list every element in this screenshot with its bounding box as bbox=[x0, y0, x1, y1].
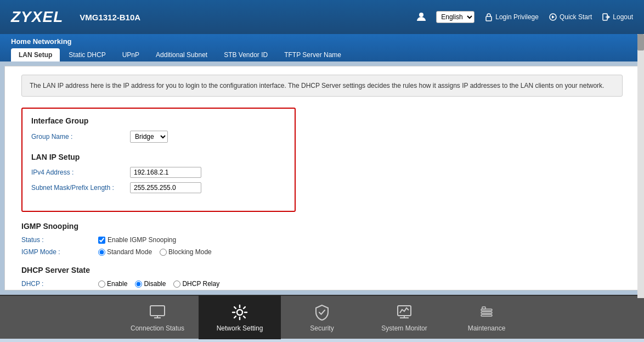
igmp-status-label: Status : bbox=[21, 236, 98, 244]
igmp-enable-checkbox[interactable] bbox=[98, 237, 105, 244]
subnet-input[interactable] bbox=[130, 182, 201, 193]
nav-maintenance[interactable]: Maintenance bbox=[445, 295, 528, 339]
dhcp-disable-label[interactable]: Disable bbox=[135, 280, 166, 288]
blocking-mode-radio[interactable] bbox=[160, 249, 167, 256]
bottom-nav: Connection Status Network Setting Securi… bbox=[0, 295, 644, 339]
nav-security[interactable]: Security bbox=[281, 295, 363, 339]
interface-group-section: Interface Group Group Name : Bridge Defa… bbox=[31, 116, 286, 143]
svg-rect-5 bbox=[150, 306, 165, 316]
quick-start-btn[interactable]: Quick Start bbox=[549, 13, 592, 21]
gear-network-icon bbox=[230, 302, 250, 322]
shield-icon bbox=[312, 302, 332, 322]
dhcp-disable-radio[interactable] bbox=[135, 281, 142, 288]
nav-system-monitor[interactable]: System Monitor bbox=[363, 295, 445, 339]
section-title: Home Networking bbox=[11, 37, 633, 46]
tab-bar: LAN Setup Static DHCP UPnP Additional Su… bbox=[11, 48, 633, 61]
nav-network-setting[interactable]: Network Setting bbox=[199, 295, 281, 339]
igmp-section: IGMP Snooping Status : Enable IGMP Snoop… bbox=[21, 222, 623, 256]
svg-point-0 bbox=[419, 13, 423, 17]
dhcp-enable-radio[interactable] bbox=[98, 281, 105, 288]
nav-connection-status[interactable]: Connection Status bbox=[116, 295, 199, 339]
group-name-label: Group Name : bbox=[31, 133, 130, 141]
standard-mode-radio[interactable] bbox=[98, 249, 105, 256]
dhcp-relay-radio[interactable] bbox=[173, 281, 180, 288]
tab-additional-subnet[interactable]: Additional Subnet bbox=[148, 48, 215, 61]
group-name-select[interactable]: Bridge Default bbox=[130, 131, 168, 143]
dhcp-section: DHCP Server State DHCP : Enable Disable bbox=[21, 266, 623, 288]
lan-ip-section: LAN IP Setup IPv4 Address : Subnet Mask/… bbox=[31, 153, 286, 193]
login-privilege-btn[interactable]: Login Privilege bbox=[484, 13, 539, 21]
ipv4-input[interactable] bbox=[130, 167, 201, 178]
tab-lan-setup[interactable]: LAN Setup bbox=[11, 48, 60, 61]
dhcp-relay-label[interactable]: DHCP Relay bbox=[173, 280, 219, 288]
tab-stb-vendor-id[interactable]: STB Vendor ID bbox=[216, 48, 275, 61]
ipv4-row: IPv4 Address : bbox=[31, 167, 286, 178]
svg-rect-14 bbox=[481, 315, 492, 316]
svg-rect-13 bbox=[481, 312, 492, 313]
tools-icon bbox=[477, 302, 496, 322]
dhcp-row: DHCP : Enable Disable bbox=[21, 280, 623, 288]
ipv4-label: IPv4 Address : bbox=[31, 169, 130, 176]
device-name: VMG1312-B10A bbox=[80, 13, 405, 22]
info-box: The LAN IP address here is the IP addres… bbox=[21, 75, 623, 97]
lan-ip-heading: LAN IP Setup bbox=[31, 153, 286, 161]
user-icon bbox=[416, 12, 426, 23]
dhcp-radio-group: Enable Disable DHCP Relay bbox=[98, 280, 219, 288]
svg-rect-15 bbox=[482, 307, 485, 309]
tab-static-dhcp[interactable]: Static DHCP bbox=[61, 48, 113, 61]
dhcp-heading: DHCP Server State bbox=[21, 266, 623, 274]
svg-rect-1 bbox=[486, 16, 492, 21]
logout-btn[interactable]: Logout bbox=[602, 13, 633, 21]
tab-tftp-server-name[interactable]: TFTP Server Name bbox=[276, 48, 349, 61]
igmp-mode-label: IGMP Mode : bbox=[21, 248, 98, 256]
svg-point-8 bbox=[237, 310, 242, 315]
igmp-mode-radio-group: Standard Mode Blocking Mode bbox=[98, 248, 212, 256]
group-name-row: Group Name : Bridge Default bbox=[31, 131, 286, 143]
igmp-status-row: Status : Enable IGMP Snooping bbox=[21, 236, 623, 244]
sub-header: Home Networking LAN Setup Static DHCP UP… bbox=[0, 34, 644, 61]
content-area: The LAN IP address here is the IP addres… bbox=[0, 61, 644, 295]
red-bordered-section: Interface Group Group Name : Bridge Defa… bbox=[21, 108, 296, 212]
zyxel-logo: ZYXEL bbox=[11, 8, 63, 26]
interface-group-heading: Interface Group bbox=[31, 116, 286, 125]
monitor-icon bbox=[148, 302, 167, 322]
scrollbar[interactable] bbox=[637, 34, 644, 298]
dhcp-label: DHCP : bbox=[21, 280, 98, 288]
igmp-heading: IGMP Snooping bbox=[21, 222, 623, 231]
dhcp-enable-label[interactable]: Enable bbox=[98, 280, 127, 288]
scrollbar-thumb[interactable] bbox=[637, 34, 644, 51]
chart-icon bbox=[394, 302, 414, 322]
igmp-mode-row: IGMP Mode : Standard Mode Blocking Mode bbox=[21, 248, 623, 256]
language-select[interactable]: English bbox=[436, 11, 474, 23]
subnet-row: Subnet Mask/Prefix Length : bbox=[31, 182, 286, 193]
white-panel: The LAN IP address here is the IP addres… bbox=[4, 66, 640, 290]
tab-upnp[interactable]: UPnP bbox=[115, 48, 147, 61]
igmp-enable-checkbox-label[interactable]: Enable IGMP Snooping bbox=[98, 236, 176, 244]
standard-mode-label[interactable]: Standard Mode bbox=[98, 248, 152, 256]
subnet-label: Subnet Mask/Prefix Length : bbox=[31, 184, 130, 192]
blocking-mode-label[interactable]: Blocking Mode bbox=[160, 248, 212, 256]
